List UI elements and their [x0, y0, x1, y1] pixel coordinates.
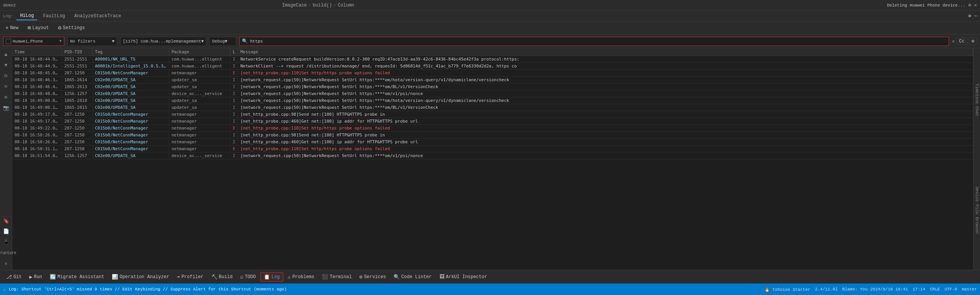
- layout-icon: ⊞: [28, 25, 31, 31]
- notification-area: Deleting Huawei Phone device...: [887, 3, 965, 8]
- log-row[interactable]: 08-18 16:49:00.100 1865-2815 C02e00/UPDA…: [12, 104, 973, 111]
- tab-hilog[interactable]: HiLog: [16, 12, 38, 20]
- bottom-btn-log[interactable]: 📋 Log: [260, 272, 283, 282]
- sidebar-structure[interactable]: Structure: [2, 248, 11, 257]
- filter-right-buttons: ✕ Cc ⚙: [952, 38, 977, 45]
- cell-timestamp: 08-18 16:49:17.081: [12, 111, 62, 118]
- log-row[interactable]: 08-18 16:48:46.390 1865-2614 C02e00/UPDA…: [12, 77, 973, 84]
- sidebar-icon-doc[interactable]: 📄: [2, 227, 11, 236]
- cell-timestamp: 08-18 16:50:26.093: [12, 139, 62, 145]
- log-row[interactable]: 08-18 16:51:54.011 1256-1257 C02e00/UPDA…: [12, 152, 973, 159]
- settings-icon[interactable]: ⚙: [969, 2, 971, 8]
- services-label: Services: [364, 274, 386, 280]
- bottom-btn-problems[interactable]: ⚠ Problems: [285, 273, 317, 281]
- new-label: New: [10, 25, 18, 31]
- log-row[interactable]: 08-18 16:48:45.080 287-1250 C015b0/NetCo…: [12, 70, 973, 77]
- cell-level: I: [230, 90, 238, 97]
- cell-tag: C015b0/NetConnManager: [93, 132, 169, 138]
- col-pid: PID-TID: [62, 48, 93, 56]
- sidebar-scroll-up[interactable]: ▲: [2, 50, 11, 59]
- sidebar-icon-2[interactable]: ≡: [2, 82, 11, 91]
- clear-search-icon[interactable]: ✕: [952, 38, 955, 44]
- bottom-btn-operation[interactable]: 📊 Operation Analyzer: [109, 273, 172, 281]
- sidebar-icon-camera[interactable]: 📷: [2, 103, 11, 113]
- bottom-btn-migrate[interactable]: 🔄 Migrate Assistant: [47, 273, 107, 281]
- close-icon[interactable]: ✕: [974, 2, 977, 8]
- sidebar-icon-3[interactable]: ⊕: [2, 93, 11, 102]
- device-checkbox[interactable]: [6, 39, 11, 44]
- cell-message: [net_http_probe.cpp:460]Get net:[100] ip…: [238, 139, 973, 145]
- tab-minimize-icon[interactable]: —: [974, 13, 977, 19]
- log-row[interactable]: 08-18 16:48:44.954 2551-2551 A0001b/Inte…: [12, 63, 973, 70]
- cell-message: [net_http_probe.cpp:110]Set http/https p…: [238, 70, 973, 76]
- cell-pid: 2551-2551: [62, 56, 93, 62]
- cell-message: [network_request.cpp(50)]NetworkRequest …: [238, 84, 973, 90]
- bottom-btn-services[interactable]: ⚙ Services: [356, 273, 389, 281]
- filter-extra-btn[interactable]: ⚙: [969, 38, 977, 45]
- log-row[interactable]: 08-18 16:50:26.093 287-1250 C015b0/NetCo…: [12, 139, 973, 146]
- log-row[interactable]: 08-18 16:49:00.071 1865-2818 C02e00/UPDA…: [12, 97, 973, 104]
- cell-level: I: [230, 77, 238, 83]
- cell-pkg: netmanager: [169, 70, 230, 76]
- migrate-icon: 🔄: [50, 274, 56, 280]
- log-icon: 📋: [264, 274, 270, 280]
- device-file-browser-label[interactable]: Device File Browser: [974, 185, 980, 236]
- cell-tag: C02e00/UPDATE_SA: [93, 84, 169, 90]
- log-row[interactable]: 08-18 16:49:17.081 287-1250 C015b0/NetCo…: [12, 118, 973, 125]
- tab-faultlog[interactable]: FaultLog: [39, 12, 69, 20]
- log-header: Time PID-TID Tag Package L Message: [12, 48, 973, 56]
- search-box[interactable]: 🔍 https: [239, 37, 949, 46]
- log-row[interactable]: 08-18 16:50:31.104 287-1250 C015b0/NetCo…: [12, 146, 973, 152]
- log-row[interactable]: 08-18 16:50:26.093 287-1250 C015b0/NetCo…: [12, 132, 973, 139]
- sidebar-close-icon[interactable]: ✕: [2, 259, 11, 268]
- timeline-chat-label[interactable]: Timeline Chat: [974, 82, 980, 118]
- bottom-btn-profiler[interactable]: ➜ Profiler: [174, 273, 206, 281]
- log-row[interactable]: 08-18 16:49:17.081 287-1250 C015b0/NetCo…: [12, 111, 973, 118]
- cell-tag: C02e00/UPDATE_SA: [93, 152, 169, 159]
- notification-text: Deleting Huawei Phone device...: [887, 3, 965, 8]
- new-button[interactable]: + New: [3, 24, 21, 32]
- cell-level: I: [230, 104, 238, 111]
- log-row[interactable]: 08-18 16:49:22.091 287-1250 C015b0/NetCo…: [12, 125, 973, 132]
- level-arrow-icon: ▼: [225, 39, 227, 44]
- log-row[interactable]: 08-18 16:48:44.900 2551-2551 A00001/NK_U…: [12, 56, 973, 63]
- cc-button[interactable]: Cc: [956, 38, 967, 45]
- log-rows: 08-18 16:48:44.900 2551-2551 A00001/NK_U…: [12, 56, 973, 159]
- sidebar-scroll-down[interactable]: ▼: [2, 61, 11, 70]
- bottom-btn-arkui[interactable]: 🖼 ArkUI Inspector: [436, 273, 490, 281]
- bottom-btn-todo[interactable]: ☑ TODO: [237, 273, 259, 281]
- tab-analyzestacktrace[interactable]: AnalyzeStackTrace: [70, 12, 125, 20]
- sidebar-icon-1[interactable]: ⊟: [2, 71, 11, 80]
- cell-level: I: [230, 139, 238, 145]
- build-label: Build: [219, 274, 233, 280]
- process-filter[interactable]: [1175] com.hua...mplemanagement ▼: [120, 37, 206, 46]
- bottom-btn-git[interactable]: ⎇ Git: [3, 273, 25, 281]
- level-filter[interactable]: Debug ▼: [209, 37, 236, 46]
- sidebar-icon-phone[interactable]: 📱: [2, 238, 11, 247]
- cell-pkg: com.huawe...elligent: [169, 56, 230, 62]
- cell-pkg: device_ac..._service: [169, 152, 230, 159]
- no-filters-dropdown[interactable]: No filters ▼: [67, 37, 117, 46]
- bottom-btn-codelinter[interactable]: 🔍 Code Linter: [390, 273, 434, 281]
- status-blame: Blame: You 2024/8/18 16:41: [842, 287, 908, 292]
- layout-button[interactable]: ⊞ Layout: [25, 24, 51, 32]
- sidebar-icon-bookmark[interactable]: 🔖: [2, 216, 11, 225]
- bottom-btn-build[interactable]: 🔨 Build: [208, 273, 236, 281]
- device-filter[interactable]: Huawei_Phone ▼: [3, 37, 64, 46]
- cell-message: [net_http_probe.cpp:98]Send net:[100] HT…: [238, 111, 973, 118]
- log-row[interactable]: 08-18 16:48:46.469 1865-2613 C02e00/UPDA…: [12, 84, 973, 90]
- starter-icon: 🔥: [764, 287, 770, 292]
- settings-button[interactable]: ⚙ Settings: [56, 24, 87, 32]
- tab-settings-icon[interactable]: ⚙: [969, 13, 971, 19]
- cell-pkg: updater_sa: [169, 104, 230, 111]
- cell-level: I: [230, 118, 238, 125]
- cell-pid: 1865-2613: [62, 84, 93, 90]
- cell-timestamp: 08-18 16:51:54.011: [12, 152, 62, 159]
- log-row[interactable]: 08-18 16:48:48.011 1256-1257 C02e00/UPDA…: [12, 90, 973, 97]
- git-label: Git: [13, 274, 22, 280]
- bottom-btn-terminal[interactable]: ⬛ Terminal: [319, 273, 355, 281]
- build-icon: 🔨: [211, 274, 217, 280]
- cell-tag: C015b0/NetConnManager: [93, 111, 169, 118]
- cell-pkg: netmanager: [169, 111, 230, 118]
- bottom-btn-run[interactable]: ▶ Run: [26, 273, 45, 281]
